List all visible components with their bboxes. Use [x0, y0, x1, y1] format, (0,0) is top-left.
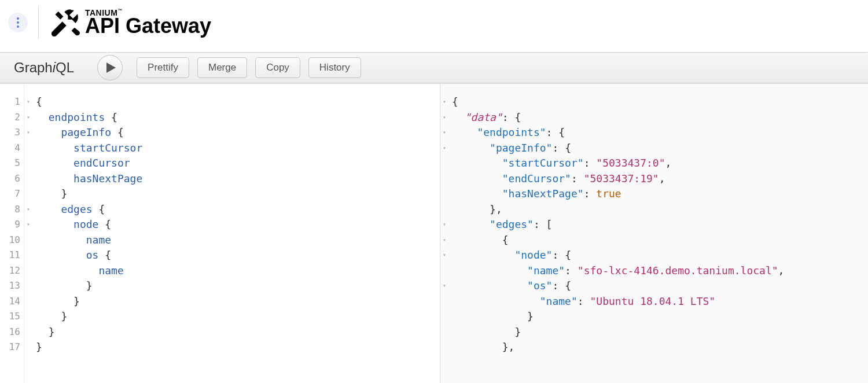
wrench-icon: [49, 6, 82, 39]
query-fold-gutter[interactable]: ▾▾▾ ▾▾: [24, 84, 32, 383]
brand: TANIUM™ API Gateway: [49, 6, 211, 39]
workspace: 1234567891011121314151617 ▾▾▾ ▾▾ { endpo…: [0, 83, 868, 383]
query-line-gutter: 1234567891011121314151617: [0, 84, 24, 383]
merge-button[interactable]: Merge: [197, 57, 247, 78]
brand-product: API Gateway: [85, 16, 211, 36]
history-button[interactable]: History: [308, 57, 361, 78]
header-divider: [38, 6, 39, 39]
prettify-button[interactable]: Prettify: [137, 57, 189, 78]
copy-button[interactable]: Copy: [255, 57, 300, 78]
more-menu-button[interactable]: [8, 13, 28, 32]
execute-button[interactable]: [97, 55, 123, 80]
graphiql-toolbar: GraphiQL Prettify Merge Copy History: [0, 52, 868, 83]
play-icon: [106, 62, 116, 73]
query-editor[interactable]: 1234567891011121314151617 ▾▾▾ ▾▾ { endpo…: [0, 84, 440, 383]
result-fold-gutter[interactable]: ▾▾▾▾ ▾▾▾ ▾: [440, 84, 448, 383]
result-code: { "data": { "endpoints": { "pageInfo": {…: [448, 84, 784, 383]
svg-point-1: [17, 21, 19, 24]
app-header: TANIUM™ API Gateway: [0, 0, 868, 52]
svg-point-2: [17, 25, 19, 28]
kebab-icon: [17, 17, 19, 28]
graphiql-logo: GraphiQL: [14, 60, 74, 76]
query-code[interactable]: { endpoints { pageInfo { startCursor end…: [32, 84, 142, 383]
result-viewer[interactable]: ▾▾▾▾ ▾▾▾ ▾ { "data": { "endpoints": { "p…: [440, 84, 868, 383]
svg-point-0: [17, 17, 19, 20]
